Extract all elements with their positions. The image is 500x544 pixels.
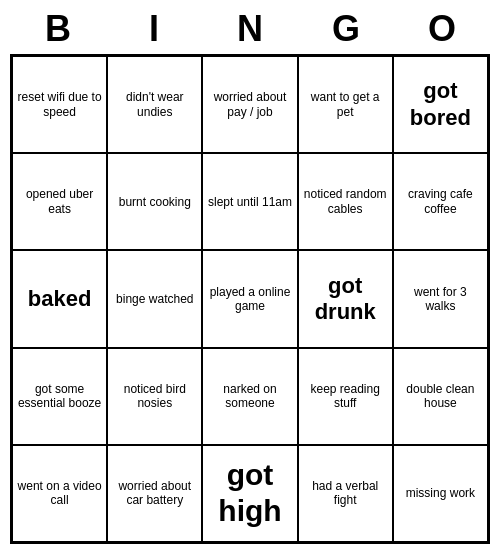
- bingo-cell[interactable]: got high: [202, 445, 297, 542]
- bingo-cell[interactable]: missing work: [393, 445, 488, 542]
- letter-o: O: [398, 8, 486, 50]
- bingo-cell[interactable]: played a online game: [202, 250, 297, 347]
- bingo-cell[interactable]: double clean house: [393, 348, 488, 445]
- bingo-cell[interactable]: burnt cooking: [107, 153, 202, 250]
- bingo-grid: reset wifi due to speeddidn't wear undie…: [10, 54, 490, 544]
- bingo-cell[interactable]: noticed bird nosies: [107, 348, 202, 445]
- bingo-cell[interactable]: worried about car battery: [107, 445, 202, 542]
- bingo-cell[interactable]: narked on someone: [202, 348, 297, 445]
- bingo-cell[interactable]: worried about pay / job: [202, 56, 297, 153]
- bingo-cell[interactable]: got bored: [393, 56, 488, 153]
- bingo-cell[interactable]: went on a video call: [12, 445, 107, 542]
- letter-n: N: [206, 8, 294, 50]
- bingo-cell[interactable]: opened uber eats: [12, 153, 107, 250]
- bingo-cell[interactable]: noticed random cables: [298, 153, 393, 250]
- letter-i: I: [110, 8, 198, 50]
- bingo-cell[interactable]: got drunk: [298, 250, 393, 347]
- letter-g: G: [302, 8, 390, 50]
- bingo-cell[interactable]: reset wifi due to speed: [12, 56, 107, 153]
- bingo-cell[interactable]: binge watched: [107, 250, 202, 347]
- bingo-cell[interactable]: keep reading stuff: [298, 348, 393, 445]
- bingo-cell[interactable]: got some essential booze: [12, 348, 107, 445]
- bingo-cell[interactable]: had a verbal fight: [298, 445, 393, 542]
- bingo-cell[interactable]: slept until 11am: [202, 153, 297, 250]
- bingo-cell[interactable]: went for 3 walks: [393, 250, 488, 347]
- bingo-cell[interactable]: baked: [12, 250, 107, 347]
- bingo-cell[interactable]: want to get a pet: [298, 56, 393, 153]
- bingo-cell[interactable]: craving cafe coffee: [393, 153, 488, 250]
- letter-b: B: [14, 8, 102, 50]
- bingo-cell[interactable]: didn't wear undies: [107, 56, 202, 153]
- bingo-header: B I N G O: [10, 0, 490, 54]
